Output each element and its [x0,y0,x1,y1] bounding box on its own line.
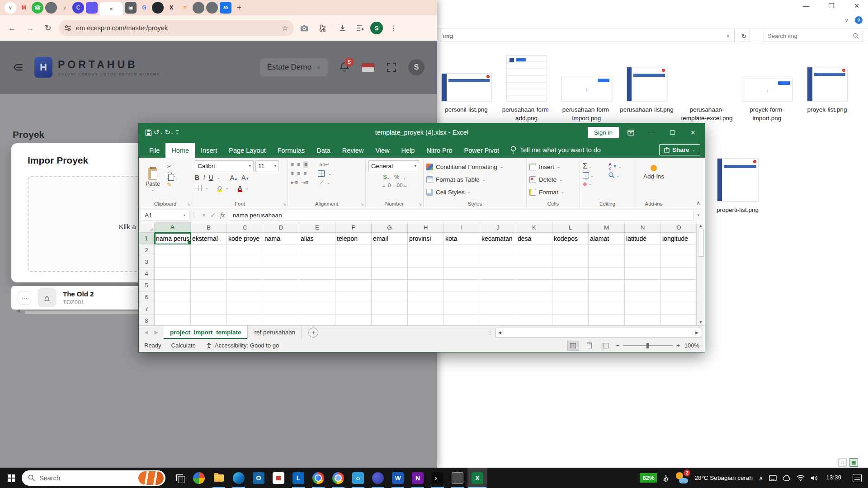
taskbar-app-vscode[interactable]: ‹› [348,468,368,488]
notifications-bell[interactable]: 5 [340,62,349,73]
cell-B8[interactable] [191,315,227,325]
cell-O4[interactable] [661,268,696,280]
cells-insert-button[interactable]: Insert⌄ [529,160,577,173]
cell-C1[interactable]: kode proye [227,233,263,244]
taskbar-app-chrome-profile-2[interactable] [328,468,348,488]
file-item[interactable]: perusahaan-template-excel.png [677,53,737,123]
cell-I3[interactable] [444,256,480,268]
file-item[interactable]: personil-list.png [436,53,496,123]
cell-F3[interactable] [335,256,372,268]
sheet-prev-icon[interactable]: ◀ [144,329,148,335]
cell-C7[interactable] [227,303,263,315]
cell-O2[interactable] [661,244,696,256]
zoom-in-icon[interactable]: + [676,342,680,349]
cell-J1[interactable]: kecamatan [480,233,516,244]
column-header-F[interactable]: F [335,222,372,233]
bold-button[interactable]: B [195,174,199,181]
cell-N3[interactable] [625,256,661,268]
cell-J3[interactable] [480,256,516,268]
italic-button[interactable]: I [203,174,205,181]
cell-H4[interactable] [408,268,444,280]
sheet-horizontal-scrollbar[interactable]: ◀ ▶ [495,328,701,338]
cell-J7[interactable] [480,303,516,315]
column-header-I[interactable]: I [444,222,480,233]
cell-K2[interactable] [516,244,552,256]
sign-in-button[interactable]: Sign in [588,127,619,138]
cell-C3[interactable] [227,256,263,268]
cell-D2[interactable] [263,244,299,256]
cell-J6[interactable] [480,291,516,303]
file-item[interactable]: perusahaan-form-import.png [557,53,617,123]
fill-color-button[interactable]: ◇ [217,184,222,192]
align-center-button[interactable]: ≡ [297,170,300,177]
align-left-button[interactable]: ≡ [291,170,293,177]
calendar-favicon[interactable]: 30 [220,2,231,14]
cell-L6[interactable] [552,291,589,303]
fill-button[interactable]: ↓⌄ [583,172,604,178]
tab-close-icon[interactable]: × [109,5,113,12]
cell-C2[interactable] [227,244,263,256]
taskbar-app-onenote[interactable]: N [408,468,428,488]
address-bar[interactable]: img ∨ [440,30,735,42]
column-header-B[interactable]: B [191,222,227,233]
cell-K6[interactable] [516,291,552,303]
cell-L3[interactable] [552,256,589,268]
status-calculate[interactable]: Calculate [171,342,196,349]
save-icon[interactable] [145,129,152,136]
cell-A7[interactable] [155,303,191,315]
user-avatar[interactable]: S [408,59,425,75]
column-header-K[interactable]: K [516,222,552,233]
weather-icon[interactable]: 2 [675,471,689,485]
cell-G4[interactable] [372,268,408,280]
cell-G7[interactable] [372,303,408,315]
middle-align-button[interactable]: ≡ [297,161,300,168]
google-favicon[interactable]: G [138,2,150,14]
cell-I8[interactable] [444,315,480,325]
file-item[interactable]: properti-list.png [708,154,768,215]
battery-status-badge[interactable]: 82% [640,473,657,483]
cell-B4[interactable] [191,268,227,280]
customize-qat-icon[interactable]: ⌄ [176,130,179,135]
top-align-button[interactable]: ≡ [291,161,293,168]
excel-close-button[interactable]: ✕ [684,126,702,139]
grow-font-button[interactable]: A▲ [230,174,238,181]
cell-H2[interactable] [408,244,444,256]
row-header-5[interactable]: 5 [139,280,155,291]
stackoverflow-favicon[interactable]: ≡ [179,2,191,14]
tablet-mode-icon[interactable] [769,475,777,481]
column-header-L[interactable]: L [552,222,589,233]
taskbar-app-outlook[interactable]: O [249,468,269,488]
cell-O5[interactable] [661,280,696,291]
cell-I7[interactable] [444,303,480,315]
cell-A4[interactable] [155,268,191,280]
column-header-O[interactable]: O [661,222,696,233]
bottom-align-button[interactable]: ≡ [303,161,308,168]
cell-J5[interactable] [480,280,516,291]
underline-button[interactable]: U [209,174,213,181]
cell-L7[interactable] [552,303,589,315]
cell-E7[interactable] [299,303,335,315]
undo-button[interactable]: ↺⌄ [154,128,163,136]
cell-A1[interactable]: nama perusahaan [155,233,191,244]
cell-A2[interactable] [155,244,191,256]
cell-F7[interactable] [335,303,372,315]
cell-M1[interactable]: alamat [589,233,625,244]
cell-M4[interactable] [589,268,625,280]
column-header-E[interactable]: E [299,222,335,233]
font-dialog-launcher[interactable]: ↘ [283,202,286,206]
cell-D3[interactable] [263,256,299,268]
cell-I2[interactable] [444,244,480,256]
file-item[interactable]: perusahaan-list.png [617,53,677,123]
whatsapp-favicon[interactable]: ☎ [32,2,43,14]
wrap-text-button[interactable]: ab↵ [320,162,329,168]
clock[interactable]: 13:39 [824,474,843,481]
x-app-favicon[interactable]: X [165,2,177,14]
scroll-up-icon[interactable]: ▲ [699,223,703,228]
scroll-left-icon[interactable]: ◄ [15,307,21,314]
cell-A6[interactable] [155,291,191,303]
globe-a-favicon[interactable] [45,2,57,14]
decrease-indent-button[interactable]: ⇤≡ [291,179,297,186]
cell-F8[interactable] [335,315,372,325]
increase-decimal-button[interactable]: ←.0 [381,183,391,188]
cell-C6[interactable] [227,291,263,303]
